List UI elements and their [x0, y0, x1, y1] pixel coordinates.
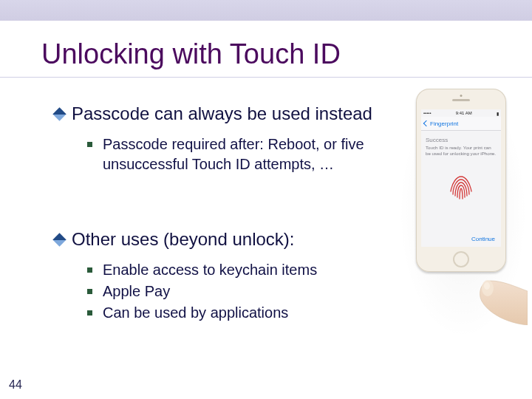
list-item: Enable access to keychain items: [87, 260, 372, 280]
diamond-bullet-icon: [52, 107, 66, 120]
nav-back-button: Fingerprint: [424, 120, 458, 127]
status-time: 9:41 AM: [456, 111, 472, 115]
square-bullet-icon: [87, 289, 92, 294]
nav-back-label: Fingerprint: [430, 120, 458, 127]
iphone-touchid-illustration: ••••• 9:41 AM ▮ Fingerprint Success Touc…: [406, 89, 520, 310]
status-signal-icon: •••••: [423, 111, 432, 115]
slide-title: Unlocking with Touch ID: [41, 38, 341, 70]
nav-bar: Fingerprint: [421, 117, 501, 131]
sub-bullet-text: Enable access to keychain items: [103, 260, 317, 280]
success-description: Touch ID is ready. Your print can be use…: [426, 145, 497, 157]
phone-screen: ••••• 9:41 AM ▮ Fingerprint Success Touc…: [421, 109, 501, 247]
continue-link: Continue: [471, 236, 495, 242]
list-item: Passcode required after: Reboot, or five…: [87, 134, 372, 174]
iphone-frame: ••••• 9:41 AM ▮ Fingerprint Success Touc…: [416, 89, 506, 272]
list-item: Can be used by applications: [87, 303, 372, 323]
success-heading: Success: [426, 137, 497, 143]
svg-point-1: [484, 282, 490, 290]
title-underline: [0, 75, 532, 78]
list-item: Apple Pay: [87, 282, 372, 301]
bullet-text: Passcode can always be used instead: [72, 103, 372, 124]
bullet-passcode-always: Passcode can always be used instead: [55, 103, 372, 124]
chevron-left-icon: [423, 120, 429, 126]
touching-finger-illustration: [468, 273, 528, 325]
sub-bullet-text: Passcode required after: Reboot, or five…: [103, 134, 372, 174]
earpiece-slot: [452, 99, 470, 101]
sub-bullets-2: Enable access to keychain items Apple Pa…: [55, 260, 372, 323]
fingerprint-icon: [443, 168, 479, 204]
status-bar: ••••• 9:41 AM ▮: [421, 109, 501, 117]
bullet-text: Other uses (beyond unlock):: [72, 229, 295, 250]
sub-bullets-1: Passcode required after: Reboot, or five…: [55, 134, 372, 174]
front-camera-dot: [460, 95, 463, 97]
sub-bullet-text: Can be used by applications: [103, 303, 288, 323]
diamond-bullet-icon: [52, 233, 66, 246]
sub-bullet-text: Apple Pay: [103, 282, 170, 301]
home-button: [453, 251, 469, 267]
square-bullet-icon: [87, 310, 92, 316]
bullet-other-uses: Other uses (beyond unlock):: [55, 229, 372, 250]
status-battery-icon: ▮: [497, 111, 499, 116]
square-bullet-icon: [87, 142, 92, 147]
square-bullet-icon: [87, 267, 92, 273]
slide-header-bar: [0, 0, 532, 21]
slide-number: 44: [9, 378, 22, 392]
slide-content: Passcode can always be used instead Pass…: [55, 103, 372, 330]
screen-body: Success Touch ID is ready. Your print ca…: [421, 131, 501, 210]
